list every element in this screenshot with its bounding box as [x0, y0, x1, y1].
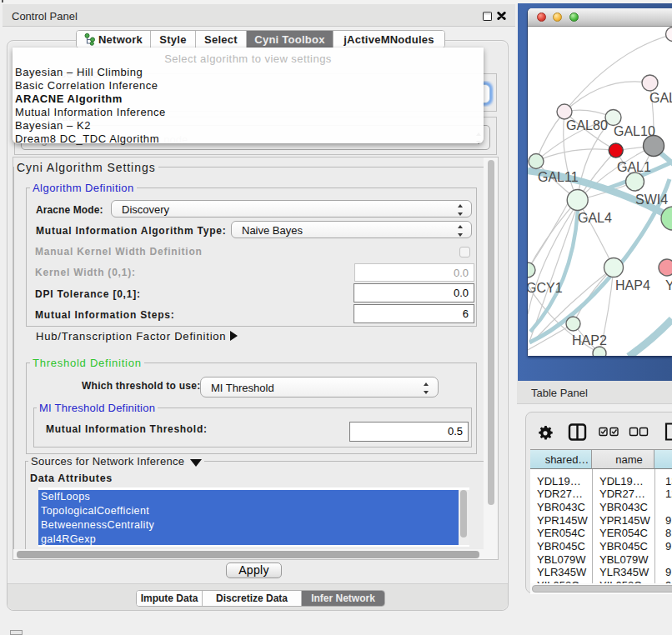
svg-text:GCY1: GCY1	[528, 281, 563, 295]
svg-text:GAL10: GAL10	[614, 124, 655, 138]
svg-text:HAP4: HAP4	[615, 278, 650, 292]
svg-text:GAL80: GAL80	[566, 118, 608, 132]
svg-text:SWI4: SWI4	[635, 192, 668, 207]
svg-text:Y: Y	[665, 278, 672, 292]
svg-text:HAP2: HAP2	[572, 333, 607, 348]
svg-text:GAL11: GAL11	[538, 170, 579, 184]
svg-text:GAL1: GAL1	[617, 160, 651, 174]
svg-text:GAL4: GAL4	[578, 211, 612, 225]
svg-text:GAL2: GAL2	[649, 91, 672, 105]
